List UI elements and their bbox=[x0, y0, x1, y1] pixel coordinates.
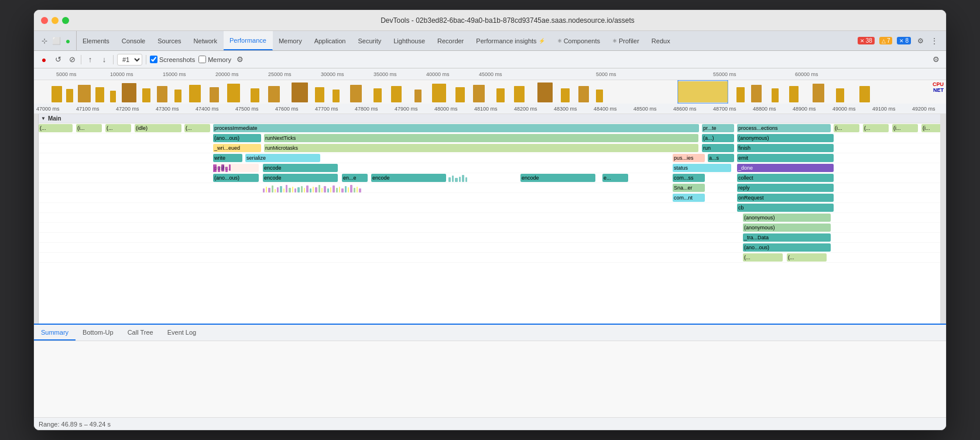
download-button[interactable]: ↓ bbox=[99, 54, 109, 65]
flame-anous-1[interactable]: (ano...ous) bbox=[213, 134, 261, 142]
flame-segment[interactable]: (i... bbox=[834, 124, 859, 132]
flame-collect[interactable]: collect bbox=[737, 174, 834, 182]
minimize-button[interactable] bbox=[52, 17, 59, 24]
flame-wrieued[interactable]: _wri...eued bbox=[213, 144, 261, 152]
tab-performance-insights[interactable]: Performance insights ⚡ bbox=[470, 31, 551, 50]
flame-reply[interactable]: reply bbox=[737, 184, 834, 192]
tab-performance[interactable]: Performance bbox=[224, 31, 273, 50]
flame-chart[interactable]: (... (i... (... (idle) (... processImmed… bbox=[39, 123, 940, 324]
settings-perf-icon[interactable]: ⚙ bbox=[235, 54, 245, 65]
svg-rect-10 bbox=[210, 87, 219, 102]
flame-run[interactable]: run bbox=[702, 144, 734, 152]
svg-rect-34 bbox=[772, 88, 779, 102]
vertical-scrollbar-left[interactable] bbox=[34, 114, 39, 324]
flame-emit[interactable]: emit bbox=[737, 154, 834, 162]
flame-encode-3[interactable]: encode bbox=[371, 174, 446, 182]
flame-comnt[interactable]: com...nt bbox=[673, 194, 705, 202]
fullscreen-button[interactable] bbox=[62, 17, 69, 24]
more-icon[interactable]: ⋮ bbox=[930, 36, 939, 46]
ts-40000: 40000 ms bbox=[426, 71, 450, 77]
flame-segment[interactable]: (i... bbox=[76, 124, 102, 132]
flame-anonymous-3[interactable]: (anonymous) bbox=[743, 224, 831, 232]
flame-segment[interactable]: (i... bbox=[921, 124, 940, 132]
upload-button[interactable]: ↑ bbox=[85, 54, 95, 65]
flame-paren-2[interactable]: (... bbox=[787, 253, 827, 262]
screenshots-checkbox-label[interactable]: Screenshots bbox=[150, 56, 195, 63]
flame-encode-1[interactable]: encode bbox=[263, 164, 338, 172]
tab-profiler[interactable]: ⚛ Profiler bbox=[606, 31, 646, 50]
flame-snaer[interactable]: Sna...er bbox=[673, 184, 705, 192]
cursor-icon[interactable]: ⊹ bbox=[40, 36, 49, 46]
tab-memory[interactable]: Memory bbox=[273, 31, 309, 50]
flame-encode-2[interactable]: encode bbox=[263, 174, 338, 182]
tab-redux[interactable]: Redux bbox=[646, 31, 677, 50]
flame-anonymous-1[interactable]: (anonymous) bbox=[737, 134, 834, 142]
overview-canvas[interactable]: CPU NET bbox=[34, 80, 946, 104]
flame-as[interactable]: a...s bbox=[708, 154, 734, 162]
tab-elements[interactable]: Elements bbox=[77, 31, 116, 50]
svg-rect-16 bbox=[333, 90, 340, 102]
flame-cb[interactable]: cb bbox=[737, 204, 834, 212]
flame-prte[interactable]: pr...te bbox=[702, 124, 734, 132]
flame-paren-1[interactable]: (... bbox=[743, 253, 783, 262]
flame-process-ections[interactable]: process...ections bbox=[737, 124, 831, 132]
flame-traData[interactable]: _tra...Data bbox=[743, 233, 831, 242]
flame-anous-3[interactable]: (ano...ous) bbox=[743, 243, 831, 252]
ts-20000: 20000 ms bbox=[215, 71, 239, 77]
screenshots-checkbox[interactable] bbox=[150, 56, 157, 63]
gear-settings-icon[interactable]: ⚙ bbox=[931, 54, 941, 65]
tab-components[interactable]: ⚛ Components bbox=[551, 31, 606, 50]
flame-runMicrotasks[interactable]: runMicrotasks bbox=[264, 144, 698, 152]
bottom-content bbox=[34, 341, 946, 417]
devtools-window: DevTools - 02b3ed82-6bac-49a0-ba1b-878cd… bbox=[33, 9, 947, 431]
flame-segment[interactable]: (... bbox=[184, 124, 210, 132]
reload-button[interactable]: ↺ bbox=[53, 54, 63, 65]
flame-write[interactable]: write bbox=[213, 154, 242, 162]
flame-finish[interactable]: finish bbox=[737, 144, 834, 152]
memory-checkbox-label[interactable]: Memory bbox=[198, 56, 231, 63]
flame-a-1[interactable]: (a...) bbox=[702, 134, 734, 142]
flame-ene[interactable]: en...e bbox=[342, 174, 368, 182]
tab-security[interactable]: Security bbox=[352, 31, 388, 50]
flame-serialize[interactable]: serialize bbox=[245, 154, 320, 162]
tab-call-tree[interactable]: Call Tree bbox=[121, 325, 160, 341]
flame-anous-2[interactable]: (ano...ous) bbox=[213, 174, 259, 182]
clear-button[interactable]: ⊘ bbox=[67, 54, 77, 65]
tab-sources[interactable]: Sources bbox=[152, 31, 187, 50]
flame-comss[interactable]: com...ss bbox=[673, 174, 705, 182]
profile-select[interactable]: #1 bbox=[117, 54, 142, 66]
flame-encode-4[interactable]: encode bbox=[520, 174, 595, 182]
flame-processImmediate[interactable]: processImmediate bbox=[213, 124, 699, 132]
flame-runNextTicks[interactable]: runNextTicks bbox=[264, 134, 698, 142]
flame-anonymous-2[interactable]: (anonymous) bbox=[743, 214, 831, 222]
circle-icon[interactable]: ● bbox=[63, 36, 73, 46]
flame-pusies[interactable]: pus...ies bbox=[673, 154, 705, 162]
flame-row-10: (anonymous) bbox=[39, 223, 940, 233]
flame-pushries[interactable]: push... bbox=[213, 164, 259, 172]
flame-e[interactable]: e... bbox=[602, 174, 628, 182]
device-icon[interactable]: ⬜ bbox=[52, 36, 61, 46]
flame-segment[interactable]: (idle) bbox=[135, 124, 181, 132]
settings-icon[interactable]: ⚙ bbox=[916, 36, 925, 46]
close-button[interactable] bbox=[41, 17, 48, 24]
tab-network[interactable]: Network bbox=[188, 31, 224, 50]
tab-bottom-up[interactable]: Bottom-Up bbox=[76, 325, 121, 341]
tab-application[interactable]: Application bbox=[309, 31, 352, 50]
tab-recorder[interactable]: Recorder bbox=[431, 31, 470, 50]
ts-15000: 15000 ms bbox=[163, 71, 186, 77]
flame-row-12: (ano...ous) bbox=[39, 243, 940, 253]
flame-onRequest[interactable]: onRequest bbox=[737, 194, 834, 202]
flame-segment[interactable]: (i... bbox=[892, 124, 918, 132]
flame-done[interactable]: _done bbox=[737, 164, 834, 172]
flame-segment[interactable]: (... bbox=[105, 124, 131, 132]
flame-status[interactable]: status bbox=[673, 164, 731, 172]
tab-summary[interactable]: Summary bbox=[34, 325, 76, 341]
record-button[interactable]: ● bbox=[39, 54, 49, 65]
tab-lighthouse[interactable]: Lighthouse bbox=[388, 31, 431, 50]
tab-event-log[interactable]: Event Log bbox=[160, 325, 204, 341]
memory-checkbox[interactable] bbox=[198, 56, 206, 63]
vertical-scrollbar-right[interactable] bbox=[940, 114, 946, 324]
tab-console[interactable]: Console bbox=[116, 31, 152, 50]
flame-segment[interactable]: (... bbox=[863, 124, 889, 132]
flame-segment[interactable]: (... bbox=[39, 124, 73, 132]
